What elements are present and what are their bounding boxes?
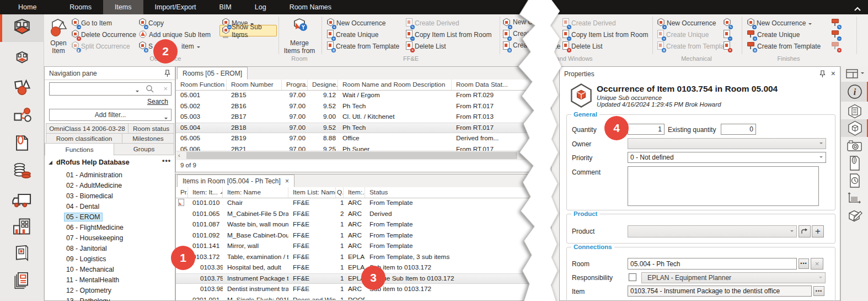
doors-create-unique-button[interactable]: + Create Unique xyxy=(503,30,510,39)
comment-textarea[interactable] xyxy=(628,166,819,206)
delete-occurrence-button[interactable]: ✕ Delete Occurrence xyxy=(72,30,136,39)
doors-delete-list-button[interactable]: ✕ Delete List xyxy=(562,41,603,51)
tree-item[interactable]: 06 - FlightMedicine xyxy=(64,223,126,232)
fin-create-from-template-button[interactable]: ≡ Create from Template xyxy=(747,41,821,51)
navigation-search-input[interactable]: × xyxy=(49,82,172,96)
tree-item[interactable]: 04 - Dental xyxy=(64,202,101,211)
rooms-table-header[interactable]: Room Function #Room Number Progra...Desi… xyxy=(176,80,551,91)
tree-item[interactable]: 12 - Optometry xyxy=(64,286,114,295)
tree-item[interactable]: 08 - Janitorial xyxy=(64,244,109,253)
item-row[interactable]: 0103.172Table, examination / tre...FF&E1… xyxy=(176,252,551,263)
tab-groups[interactable]: Groups xyxy=(114,143,174,155)
ffe-new-occurrence-button[interactable]: + New Occurrence xyxy=(327,18,385,28)
room-input[interactable]: 05.004 - Ph Tech xyxy=(628,258,797,270)
rail-photos-tab[interactable] xyxy=(841,138,868,154)
mech-delete-list-button[interactable]: ✕ xyxy=(724,41,730,51)
menu-room-names[interactable]: Room Names xyxy=(278,0,343,14)
tree-menu-icon[interactable]: ••• xyxy=(162,157,171,165)
add-unique-sub-item-button[interactable]: Add unique Sub Item xyxy=(139,30,211,39)
room-browse-button[interactable]: ••• xyxy=(799,258,809,269)
tab-functions[interactable]: Functions xyxy=(45,143,114,156)
sidebar-documents-module[interactable] xyxy=(0,130,44,156)
rail-history-tab[interactable] xyxy=(841,172,868,189)
mech-create-derived-button[interactable]: ✎ xyxy=(724,18,731,28)
close-tab-icon[interactable]: × xyxy=(285,177,289,185)
fin-copy-list-button[interactable]: − xyxy=(832,30,839,39)
sidebar-catalog-module[interactable] xyxy=(0,241,44,265)
responsibility-checkbox[interactable] xyxy=(629,273,636,281)
tree-root[interactable]: dRofus Help Database ••• xyxy=(48,159,130,166)
sidebar-finance-module[interactable] xyxy=(0,158,44,184)
product-goto-button[interactable] xyxy=(799,225,811,237)
menu-home[interactable]: Home xyxy=(7,0,48,14)
rail-item-data-tab[interactable] xyxy=(841,103,868,119)
mech-new-occurrence-button[interactable]: + New Occurrence xyxy=(657,18,716,28)
tree-item[interactable]: 13 - Pathology xyxy=(64,297,112,301)
items-table-header[interactable]: Pr... Item: It... Item: NameItem List: N… xyxy=(176,187,551,198)
ffe-create-derived-button[interactable]: ✎ Create Derived xyxy=(406,18,459,28)
copy-button[interactable]: = Copy xyxy=(139,18,164,28)
tab-room-status[interactable]: Room status xyxy=(128,123,174,134)
clear-search-icon[interactable]: × xyxy=(163,85,168,93)
fin-create-unique-button[interactable]: + Create Unique xyxy=(747,30,800,39)
search-options-caret-icon[interactable] xyxy=(136,91,139,94)
rail-info-tab[interactable]: i xyxy=(841,82,868,102)
collapse-ribbon-icon[interactable] xyxy=(854,4,861,14)
menu-rooms[interactable]: Rooms xyxy=(58,0,103,14)
product-add-button[interactable]: + xyxy=(812,225,824,237)
menu-import-export[interactable]: Import/Export xyxy=(143,0,208,14)
room-row[interactable]: 05.0052B1997.008.88OfficeDerived from... xyxy=(176,133,551,144)
tab-milestones[interactable]: Milestones xyxy=(122,133,174,144)
menu-bim[interactable]: BIM xyxy=(208,0,243,14)
ffe-create-unique-button[interactable]: + Create Unique xyxy=(327,30,378,39)
product-dropdown[interactable] xyxy=(628,225,797,237)
tree-expander-icon[interactable] xyxy=(48,160,53,165)
split-occurrence-button[interactable]: ◧ Split Occurrence xyxy=(72,41,130,51)
item-row[interactable]: 0101.065M_Cabinet-File 5 Drawe...FF&E2AR… xyxy=(176,209,551,220)
room-row[interactable]: 05.0022B1697.009.52Ph TechFrom RT.017 xyxy=(176,101,551,112)
ffe-delete-list-button[interactable]: ✕ Delete List xyxy=(406,41,446,51)
fin-new-occurrence-button[interactable]: + New Occurrence xyxy=(747,18,812,28)
close-panel-icon[interactable]: × xyxy=(831,69,835,78)
existing-quantity-input[interactable]: 0 xyxy=(721,124,756,135)
fin-delete-list-button[interactable]: ✕ xyxy=(832,41,839,51)
tab-room-classification[interactable]: Room classification xyxy=(46,133,122,144)
go-to-item-button[interactable]: → Go to Item xyxy=(72,18,112,28)
item-input[interactable]: 0103.754 - Instrument Package to the den… xyxy=(628,286,812,297)
priority-dropdown[interactable]: 0 - Not defined xyxy=(628,152,826,163)
item-row[interactable]: 0101.087Waste bin, wall mountedFF&E1ARCF… xyxy=(176,219,551,230)
item-row[interactable]: 0101.010ChairFF&E1ARCFrom Template xyxy=(176,198,551,209)
tree-item[interactable]: 01 - Administration xyxy=(64,171,125,179)
sidebar-logistics-module[interactable] xyxy=(0,187,44,213)
tree-item[interactable]: 11 - MentalHealth xyxy=(64,276,121,284)
sidebar-room-templates-module[interactable] xyxy=(0,45,44,72)
ffe-create-from-template-button[interactable]: ≡ Create from Template xyxy=(327,41,399,51)
sidebar-buildings-module[interactable] xyxy=(0,214,44,239)
menu-log[interactable]: Log xyxy=(243,0,278,14)
rooms-horizontal-scrollbar[interactable]: ‹ xyxy=(176,151,550,160)
rail-layout-button[interactable] xyxy=(841,68,868,80)
tab-omniclass[interactable]: OmniClass 14 2006-03-28 xyxy=(46,123,128,134)
room-clear-button[interactable]: × xyxy=(811,258,823,270)
tree-item[interactable]: 07 - Housekeeping xyxy=(64,234,125,242)
menu-items[interactable]: Items xyxy=(103,0,143,14)
room-row-selected[interactable]: 05.0042B1897.009.52Ph TechFrom RT.017 xyxy=(176,123,551,134)
sidebar-systems-module[interactable] xyxy=(0,103,44,129)
item-row[interactable]: 0101.141Mirror, wallFF&E1ARCFrom Templat… xyxy=(176,241,551,252)
mech-copy-list-button[interactable]: − xyxy=(724,30,730,39)
item-browse-button[interactable]: ••• xyxy=(813,286,824,296)
scroll-left-icon[interactable]: ‹ xyxy=(178,152,180,159)
room-row[interactable]: 05.0012B1597.009.12Wait / ErgomFrom RT.0… xyxy=(176,90,551,101)
mech-create-from-template-button[interactable]: ≡ Create from Template xyxy=(657,41,730,51)
rooms-tab[interactable]: Rooms [05 - EROM] xyxy=(177,67,248,80)
sidebar-rooms-module[interactable] xyxy=(0,14,44,42)
scrollbar-thumb[interactable] xyxy=(186,152,517,159)
tree-item-selected[interactable]: 05 - EROM xyxy=(64,213,103,221)
tree-item[interactable]: 02 - AdultMedicine xyxy=(64,181,124,190)
tree-item[interactable]: 10 - Mechanical xyxy=(64,265,116,274)
tree-item[interactable]: 03 - Biomedical xyxy=(64,192,115,200)
doors-create-from-template-button[interactable]: ≡ Create from Template xyxy=(503,41,510,51)
mech-create-unique-button[interactable]: + Create Unique xyxy=(657,30,709,39)
ffe-copy-item-list-button[interactable]: − Copy Item List from Room xyxy=(406,30,491,39)
add-filter-dropdown[interactable]: Add filter... xyxy=(49,109,172,121)
